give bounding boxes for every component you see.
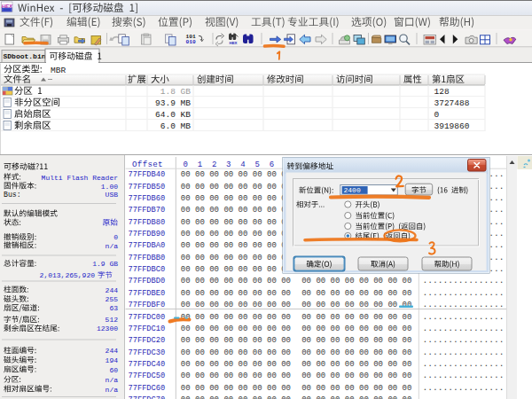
svg-text:128: 128 xyxy=(434,87,450,97)
svg-text:00 00 00 00 00 00 00 00: 00 00 00 00 00 00 00 00 xyxy=(181,254,291,262)
svg-text:00 00 00 00 00 00 00 00: 00 00 00 00 00 00 00 00 xyxy=(181,395,291,399)
svg-text:60: 60 xyxy=(109,366,118,374)
svg-text:00 00 00 00 00 00 00 00: 00 00 00 00 00 00 00 00 xyxy=(181,183,291,192)
svg-text:00 00 00 00 00 00 00 00: 00 00 00 00 00 00 00 00 xyxy=(181,372,291,380)
svg-text:93.9 MB: 93.9 MB xyxy=(155,98,191,108)
svg-text:00 00 00 00 00 00 00 00: 00 00 00 00 00 00 00 00 xyxy=(181,277,291,286)
svg-text:00 00 00 00 00 00 00 00: 00 00 00 00 00 00 00 00 xyxy=(181,194,291,203)
svg-text:................: ................ xyxy=(423,276,505,286)
svg-text:00 00 00 00 00 00 00 00: 00 00 00 00 00 00 00 00 xyxy=(181,336,291,345)
svg-text:12300: 12300 xyxy=(97,325,118,332)
svg-text:77FFDC20: 77FFDC20 xyxy=(129,336,166,345)
svg-text:00 00 00 00 00 00 00 00: 00 00 00 00 00 00 00 00 xyxy=(301,348,411,357)
svg-text:77FFDB70: 77FFDB70 xyxy=(129,206,166,215)
svg-text:00 00 00 00 00 00 00 00: 00 00 00 00 00 00 00 00 xyxy=(301,336,411,345)
svg-text:194: 194 xyxy=(106,356,119,364)
svg-text:77FFDC30: 77FFDC30 xyxy=(129,348,166,357)
svg-text:77FFDBB0: 77FFDBB0 xyxy=(129,254,166,262)
svg-text:255: 255 xyxy=(106,295,119,303)
svg-text:1.8 GB: 1.8 GB xyxy=(160,87,192,97)
svg-text:77FFDBF0: 77FFDBF0 xyxy=(129,301,166,309)
svg-text:00 00 00 00 00 00 00 00: 00 00 00 00 00 00 00 00 xyxy=(181,301,291,309)
svg-text:1.9 GB: 1.9 GB xyxy=(92,260,118,268)
svg-text:Bus:: Bus: xyxy=(4,191,21,199)
svg-text:00 00 00 00 00 00 00 00: 00 00 00 00 00 00 00 00 xyxy=(181,384,291,393)
svg-text:3919860: 3919860 xyxy=(434,121,470,131)
svg-text:................: ................ xyxy=(423,324,505,333)
svg-text:3727488: 3727488 xyxy=(434,98,470,108)
svg-text:00 00 00 00 00 00 00 00: 00 00 00 00 00 00 00 00 xyxy=(301,360,411,369)
svg-text:00 00 00 00 00 00 00 00: 00 00 00 00 00 00 00 00 xyxy=(301,277,411,286)
svg-text:64.0 KB: 64.0 KB xyxy=(155,110,191,120)
svg-text:0: 0 xyxy=(434,110,440,120)
svg-text:n/a: n/a xyxy=(106,242,119,250)
svg-text:77FFDB90: 77FFDB90 xyxy=(129,230,166,239)
svg-text:MBR: MBR xyxy=(51,66,66,75)
svg-text:USB: USB xyxy=(106,191,119,199)
svg-text:n/a: n/a xyxy=(106,386,119,394)
svg-text:77FFDC60: 77FFDC60 xyxy=(129,384,166,393)
svg-text:SDboot.bin: SDboot.bin xyxy=(4,52,46,60)
svg-text:................: ................ xyxy=(423,359,505,369)
svg-text:0: 0 xyxy=(113,233,118,241)
svg-text:................: ................ xyxy=(423,348,505,357)
svg-text:................: ................ xyxy=(423,335,505,345)
svg-text:010: 010 xyxy=(186,39,196,45)
svg-text:77FFDBA0: 77FFDBA0 xyxy=(129,241,166,250)
svg-text:Multi Flash Reader: Multi Flash Reader xyxy=(42,174,119,182)
svg-text:2,013,265,920: 2,013,265,920 xyxy=(40,271,96,279)
svg-text:63: 63 xyxy=(109,304,118,312)
svg-text:77FFDB50: 77FFDB50 xyxy=(129,183,166,192)
svg-text:HEX: HEX xyxy=(2,4,13,9)
svg-text:1.00: 1.00 xyxy=(101,183,118,191)
svg-text:77FFDC50: 77FFDC50 xyxy=(129,372,166,380)
svg-text:77FFDBD0: 77FFDBD0 xyxy=(129,277,166,286)
svg-text:00 00 00 00 00 00 00 00: 00 00 00 00 00 00 00 00 xyxy=(181,313,291,322)
svg-text:77FFDBE0: 77FFDBE0 xyxy=(129,289,166,298)
svg-text:00 00 00 00 00 00 00 00: 00 00 00 00 00 00 00 00 xyxy=(301,301,411,309)
svg-text:................: ................ xyxy=(423,395,505,399)
svg-text:244: 244 xyxy=(106,347,119,355)
svg-text:................: ................ xyxy=(423,312,505,322)
svg-text:00 00 00 00 00 00 00 00: 00 00 00 00 00 00 00 00 xyxy=(181,218,291,227)
svg-text:00 00 00 00 00 00 00 00: 00 00 00 00 00 00 00 00 xyxy=(181,325,291,333)
svg-text:00 00 00 00 00 00 00 00: 00 00 00 00 00 00 00 00 xyxy=(301,289,411,298)
svg-text:77FFDB60: 77FFDB60 xyxy=(129,194,166,203)
svg-text:HEX: HEX xyxy=(229,41,237,45)
svg-text:00 00 00 00 00 00 00 00: 00 00 00 00 00 00 00 00 xyxy=(301,313,411,322)
svg-text:2400: 2400 xyxy=(344,186,361,194)
svg-text:00 00 00 00 00 00 00 00: 00 00 00 00 00 00 00 00 xyxy=(181,230,291,239)
svg-text:77FFDBC0: 77FFDBC0 xyxy=(129,265,166,274)
svg-text:512: 512 xyxy=(106,316,119,324)
svg-text:00 00 00 00 00 00 00 00: 00 00 00 00 00 00 00 00 xyxy=(301,395,411,399)
svg-text:77FFDC70: 77FFDC70 xyxy=(129,395,166,399)
svg-text:77FFDC00: 77FFDC00 xyxy=(129,313,166,322)
svg-text:77FFDC40: 77FFDC40 xyxy=(129,360,166,369)
svg-text:77FFDB40: 77FFDB40 xyxy=(129,170,166,179)
svg-text:00 00 00 00 00 00 00 00: 00 00 00 00 00 00 00 00 xyxy=(181,265,291,274)
svg-text:00 00 00 00 00 00 00 00: 00 00 00 00 00 00 00 00 xyxy=(181,170,291,179)
svg-text:................: ................ xyxy=(423,383,505,393)
svg-text:00 00 00 00 00 00 00 00: 00 00 00 00 00 00 00 00 xyxy=(301,384,411,393)
svg-text:00 00 00 00 00 00 00 00: 00 00 00 00 00 00 00 00 xyxy=(301,372,411,380)
svg-text:6.0 MB: 6.0 MB xyxy=(160,121,192,131)
svg-text:00 00 00 00 00 00 00 00: 00 00 00 00 00 00 00 00 xyxy=(181,348,291,357)
svg-text:................: ................ xyxy=(423,288,505,298)
svg-text:................: ................ xyxy=(423,371,505,380)
svg-text:00 00 00 00 00 00 00 00: 00 00 00 00 00 00 00 00 xyxy=(181,241,291,250)
svg-text:................: ................ xyxy=(423,300,505,309)
svg-text:77FFDB80: 77FFDB80 xyxy=(129,218,166,227)
svg-text:Offset: Offset xyxy=(132,160,163,169)
svg-text:00 00 00 00 00 00 00 00: 00 00 00 00 00 00 00 00 xyxy=(181,360,291,369)
svg-text:00 00 00 00 00 00 00 00: 00 00 00 00 00 00 00 00 xyxy=(301,325,411,333)
svg-text:77FFDC10: 77FFDC10 xyxy=(129,325,166,333)
svg-text:244: 244 xyxy=(106,286,119,294)
svg-text:00 00 00 00 00 00 00 00: 00 00 00 00 00 00 00 00 xyxy=(181,206,291,215)
svg-text:00 00 00 00 00 00 00 00: 00 00 00 00 00 00 00 00 xyxy=(181,289,291,298)
svg-text:n/a: n/a xyxy=(106,376,119,384)
